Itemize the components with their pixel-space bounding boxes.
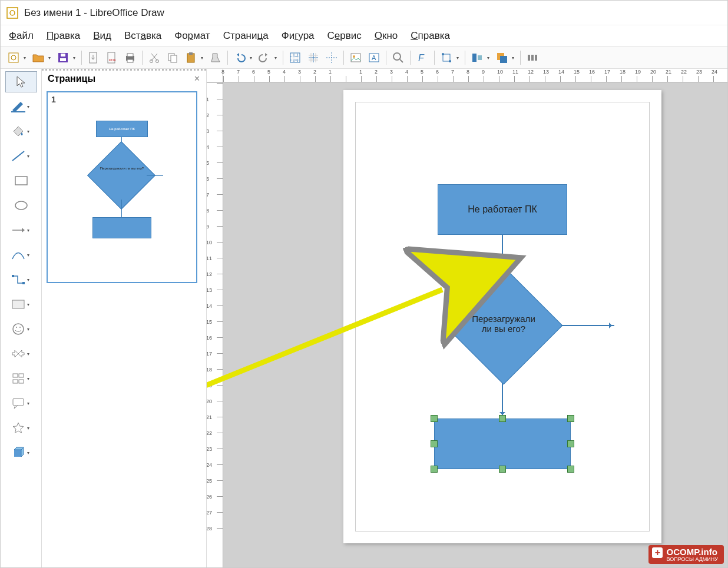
redo-button[interactable] [256, 49, 273, 66]
align-dropdown[interactable]: ▾ [487, 55, 492, 61]
menu-edit[interactable]: Правка [47, 30, 80, 42]
symbol-shapes-tool[interactable]: ▾ [5, 318, 37, 340]
transform-dropdown[interactable]: ▾ [456, 55, 461, 61]
flowchart-tool[interactable]: ▾ [5, 368, 37, 389]
svg-rect-11 [127, 54, 133, 57]
svg-point-28 [449, 60, 451, 62]
canvas[interactable]: 8765432112345678910111213141516171819202… [207, 69, 727, 567]
curve-tool[interactable]: ▾ [5, 244, 37, 265]
connector-tool[interactable]: ▾ [5, 269, 37, 290]
selection-handle[interactable] [431, 466, 438, 473]
select-tool[interactable] [5, 71, 37, 92]
fill-color-tool[interactable]: ▾ [5, 121, 37, 142]
cube-icon [11, 445, 26, 460]
menu-insert[interactable]: Вставка [124, 30, 161, 42]
save-dropdown[interactable]: ▾ [73, 55, 78, 61]
selection-handle[interactable] [431, 440, 438, 447]
menu-help[interactable]: Справка [411, 30, 450, 42]
connector-1[interactable] [502, 235, 503, 269]
paste-button[interactable] [183, 49, 199, 66]
page-thumbnail[interactable]: 1 Не работает ПК Перезагружали ли вы его… [47, 91, 197, 283]
ruler-corner [207, 69, 223, 83]
basic-shapes-tool[interactable]: ▾ [5, 294, 37, 315]
connector-2[interactable] [502, 383, 503, 417]
line-color-tool[interactable]: ▾ [5, 96, 37, 117]
svg-point-44 [13, 324, 24, 334]
undo-dropdown[interactable]: ▾ [250, 55, 254, 61]
pages-panel-close[interactable]: ✕ [194, 74, 200, 83]
menu-view[interactable]: Вид [93, 30, 111, 42]
print-button[interactable] [122, 49, 138, 66]
guides-button[interactable] [323, 49, 340, 66]
thumb-shape-1: Не работает ПК [96, 121, 148, 137]
block-arrow-icon [11, 346, 26, 361]
selection-handle[interactable] [431, 415, 438, 422]
arrange-dropdown[interactable]: ▾ [512, 55, 517, 61]
smiley-icon [11, 321, 26, 337]
new-dropdown[interactable]: ▾ [24, 55, 28, 61]
svg-rect-36 [11, 111, 25, 112]
open-dropdown[interactable]: ▾ [48, 55, 53, 61]
menu-file[interactable]: Файл [9, 30, 34, 42]
grid-button[interactable] [287, 49, 303, 66]
svg-rect-26 [443, 54, 450, 61]
snap-grid-button[interactable] [305, 49, 322, 66]
distribute-button[interactable] [524, 49, 541, 66]
cut-button[interactable] [146, 49, 163, 66]
arrow-line-tool[interactable]: ▾ [5, 220, 37, 241]
undo-button[interactable] [231, 49, 248, 66]
export-pdf-button[interactable]: PDF [104, 49, 120, 66]
zoom-button[interactable] [390, 49, 406, 66]
callout-tool[interactable]: ▾ [5, 393, 37, 414]
insert-image-button[interactable] [348, 49, 364, 66]
selection-handle[interactable] [567, 415, 574, 422]
selection-handle[interactable] [499, 415, 506, 422]
ruler-vertical: 1234567891011121314151617181920212223242… [207, 83, 223, 567]
clone-format-button[interactable] [207, 49, 224, 66]
drawing-page[interactable]: Не работает ПК Перезагружали ли вы его? [343, 90, 661, 543]
save-button[interactable] [55, 49, 71, 66]
shape-text: Не работает ПК [468, 204, 537, 215]
ellipse-icon [14, 198, 29, 213]
3d-tool[interactable]: ▾ [5, 442, 37, 463]
menu-window[interactable]: Окно [375, 30, 398, 42]
copy-button[interactable] [164, 49, 181, 66]
svg-text:PDF: PDF [109, 58, 116, 62]
line-tool[interactable]: ▾ [5, 145, 37, 167]
connector-right[interactable] [561, 325, 614, 326]
align-button[interactable] [469, 49, 485, 66]
paste-dropdown[interactable]: ▾ [201, 55, 206, 61]
flowchart-decision[interactable]: Перезагружали ли вы его? [445, 267, 562, 384]
svg-rect-49 [13, 380, 18, 383]
svg-rect-30 [478, 55, 482, 60]
stars-tool[interactable]: ▾ [5, 417, 37, 439]
export-button[interactable] [85, 49, 102, 66]
menu-page[interactable]: Страница [223, 30, 269, 42]
rectangle-tool[interactable] [5, 170, 37, 191]
transform-button[interactable] [438, 49, 455, 66]
svg-rect-29 [472, 54, 476, 62]
block-arrows-tool[interactable]: ▾ [5, 343, 37, 364]
ellipse-tool[interactable] [5, 195, 37, 216]
flowchart-process-1[interactable]: Не работает ПК [438, 184, 567, 235]
arrange-button[interactable] [494, 49, 510, 66]
selection-handle[interactable] [499, 466, 506, 473]
new-button[interactable] [5, 49, 22, 66]
menu-format[interactable]: Формат [174, 30, 210, 42]
insert-textbox-button[interactable]: A [366, 49, 382, 66]
svg-rect-35 [535, 55, 537, 61]
menu-tools[interactable]: Сервис [327, 30, 362, 42]
svg-point-27 [442, 53, 444, 55]
menu-shape[interactable]: Фигура [282, 30, 315, 42]
fontwork-button[interactable]: F [414, 49, 431, 66]
ruler-horizontal: 8765432112345678910111213141516171819202… [223, 69, 727, 83]
selection-handle[interactable] [567, 466, 574, 473]
bucket-icon [11, 124, 26, 139]
flowchart-process-2-selected[interactable] [434, 418, 571, 469]
svg-rect-20 [351, 54, 360, 62]
svg-rect-19 [290, 53, 300, 62]
redo-dropdown[interactable]: ▾ [274, 55, 279, 61]
selection-handle[interactable] [567, 440, 574, 447]
open-button[interactable] [30, 49, 47, 66]
svg-rect-0 [7, 8, 18, 18]
